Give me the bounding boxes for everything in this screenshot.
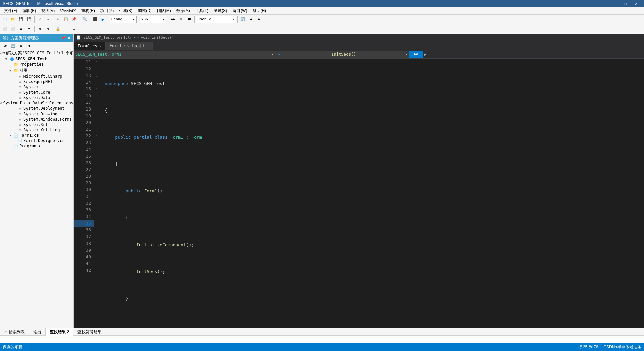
sidebar-item-system-xml[interactable]: ⊕ System.Xml	[0, 122, 73, 127]
close-button[interactable]: ✕	[631, 0, 641, 7]
minimize-button[interactable]: —	[609, 0, 620, 7]
new-project-btn[interactable]: 📄	[1, 16, 9, 23]
menu-edit[interactable]: 编辑(E)	[20, 7, 39, 15]
sidebar-item-system-deploy[interactable]: ⊕ System.Deployment	[0, 106, 73, 111]
paste-btn[interactable]: 📌	[70, 16, 78, 23]
ext-dropdown[interactable]: JsonEx▾	[196, 16, 236, 23]
project-expand-arrow[interactable]: ▼	[5, 57, 9, 61]
sidebar-item-microsoft-csharp[interactable]: ⊕ Microsoft.CSharp	[0, 74, 73, 79]
sidebar-item-secsequipnet[interactable]: ⊕ SecsEquipNET	[0, 79, 73, 84]
menu-window[interactable]: 窗口(W)	[230, 7, 250, 15]
nav-class-dropdown[interactable]: SECS_GEM_Test.Form1 ▾	[74, 51, 275, 58]
expand-right-icon[interactable]: ▶	[423, 51, 428, 58]
sidebar-item-system[interactable]: ⊕ System	[0, 84, 73, 90]
sidebar-close-icon[interactable]: ✕	[67, 36, 71, 40]
sidebar-item-system-core[interactable]: ⊕ System.Core	[0, 90, 73, 95]
sidebar-item-form1designer[interactable]: 📄 Form1.Designer.cs	[0, 138, 73, 143]
tab-form1-design[interactable]: Form1.cs [设计] ✕	[106, 42, 153, 50]
config-dropdown[interactable]: Debug▾	[110, 16, 137, 23]
menu-help[interactable]: 帮助(H)	[250, 7, 269, 15]
tb2-btn1[interactable]: ⬜	[1, 25, 9, 33]
redo-btn[interactable]: ↪	[44, 16, 51, 23]
menu-build[interactable]: 生成(B)	[116, 7, 135, 15]
references-arrow[interactable]: ▼	[9, 69, 13, 72]
menu-refactor[interactable]: 重构(R)	[78, 7, 98, 15]
tb2-btn8[interactable]: ↕	[62, 25, 70, 33]
sidebar-item-system-data[interactable]: ⊕ System.Data	[0, 95, 73, 100]
tb2-btn9[interactable]: ↔	[70, 25, 78, 33]
refresh-btn[interactable]: 🔄	[239, 16, 247, 23]
sidebar-item-properties[interactable]: 📁 Properties	[0, 62, 73, 67]
nav-method-dropdown[interactable]: 🔹 InitSecs() ▾	[275, 51, 409, 58]
menu-tools[interactable]: 工具(T)	[193, 7, 211, 15]
sidebar-sync-btn[interactable]: ⟳	[1, 42, 9, 50]
attach-btn[interactable]: ⬛	[91, 16, 99, 23]
undo-btn[interactable]: ↩	[36, 16, 43, 23]
sep8	[194, 16, 195, 23]
tab-form1-design-close[interactable]: ✕	[146, 44, 148, 48]
pin-icon[interactable]: 📌	[61, 36, 66, 40]
tb2-btn4[interactable]: ≡	[25, 25, 33, 33]
ref-icon-11: ⊕	[17, 128, 23, 132]
menu-test[interactable]: 测试(S)	[211, 7, 230, 15]
platform-dropdown[interactable]: x86▾	[140, 16, 166, 23]
btn9[interactable]: ⏸	[177, 16, 185, 23]
copy-btn[interactable]: 📋	[62, 16, 70, 23]
find-btn[interactable]: 🔍	[81, 16, 88, 23]
status-extra[interactable]: CSDNo半导体老油条	[603, 344, 641, 350]
fold-13[interactable]: ⊟	[94, 72, 99, 79]
btn10[interactable]: ⏹	[185, 16, 193, 23]
menu-team[interactable]: 团队(M)	[154, 7, 174, 15]
sidebar-item-project[interactable]: ▼ 🔷 SECS_GEM Test	[0, 56, 73, 62]
bottom-tab-find-symbol[interactable]: 查找符号结果	[73, 328, 106, 336]
status-row-col[interactable]: 行 35 列 76	[578, 344, 598, 350]
tab-form1cs[interactable]: Form1.cs ✕	[74, 42, 106, 50]
tab-form1cs-close[interactable]: ✕	[99, 44, 101, 48]
sidebar-refresh-btn[interactable]: 🔄	[9, 42, 17, 50]
sidebar-item-system-xml-linq[interactable]: ⊕ System.Xml.Linq	[0, 127, 73, 133]
start-btn[interactable]: ▶	[99, 16, 107, 23]
fold-22[interactable]: ⊟	[94, 133, 99, 139]
maximize-button[interactable]: □	[620, 0, 631, 7]
code-text[interactable]: namespace SECS_GEM_Test { public partial…	[99, 59, 639, 328]
line-numbers-gutter: 11 12 13 14 15 16 17 18 19 20 21 22 23 2…	[74, 59, 94, 328]
menu-view[interactable]: 视图(V)	[39, 7, 57, 15]
tb2-btn2[interactable]: ⬜	[9, 25, 17, 33]
tb2-btn5[interactable]: ⊞	[36, 25, 43, 33]
bottom-tab-errors[interactable]: ⚠ 错误列表	[0, 328, 29, 336]
sidebar-item-system-drawing[interactable]: ⊕ System.Drawing	[0, 111, 73, 117]
fold-15[interactable]: ⊟	[94, 86, 99, 92]
cut-btn[interactable]: ✂	[54, 16, 62, 23]
bottom-tab-find2[interactable]: 查找结果 2	[46, 328, 73, 336]
menu-vassistx[interactable]: VAssistX	[57, 7, 78, 15]
sidebar-item-form1cs[interactable]: ▼ 📄 Form1.cs	[0, 133, 73, 138]
sidebar-item-references[interactable]: ▼ 📁 引用	[0, 67, 73, 74]
sidebar-item-programcs[interactable]: 📄 Program.cs	[0, 143, 73, 149]
nav-back-btn[interactable]: ◀	[247, 16, 255, 23]
sidebar-item-system-winforms[interactable]: ⊕ System.Windows.Forms	[0, 117, 73, 122]
sidebar-item-system-data-ext[interactable]: ⊕ System.Data.DataSetExtensions	[0, 100, 73, 106]
references-label: 引用	[19, 68, 28, 73]
tb2-btn7[interactable]: 🔒	[54, 25, 62, 33]
go-button[interactable]: Go	[409, 51, 423, 58]
btn8[interactable]: ▶▶	[169, 16, 177, 23]
tb2-btn3[interactable]: A	[17, 25, 25, 33]
nav-fwd-btn[interactable]: ▶	[255, 16, 263, 23]
save-all-btn[interactable]: 💾	[25, 16, 33, 23]
open-btn[interactable]: 📂	[9, 16, 17, 23]
sidebar-props-btn[interactable]: ⚙	[17, 42, 25, 50]
status-saved[interactable]: 保存的项目	[3, 344, 23, 350]
fold-11[interactable]: ⊟	[94, 59, 99, 65]
sidebar-filter-btn[interactable]: ▼	[25, 42, 33, 50]
bottom-tab-output[interactable]: 输出	[29, 328, 46, 336]
sidebar-item-solution[interactable]: ▼ 🗂 解决方案'SECS_GEM Test'(1 个项目)	[0, 50, 73, 56]
nav-method-label: InitSecs()	[331, 52, 356, 57]
save-btn[interactable]: 💾	[17, 16, 25, 23]
menu-project[interactable]: 项目(P)	[98, 7, 116, 15]
tb2-btn6[interactable]: ⊟	[44, 25, 51, 33]
menu-debug[interactable]: 调试(D)	[135, 7, 154, 15]
menu-file[interactable]: 文件(F)	[1, 7, 20, 15]
ref-icon-10: ⊕	[17, 123, 23, 127]
menu-data[interactable]: 数据(A)	[174, 7, 193, 15]
form1cs-expand-arrow[interactable]: ▼	[9, 134, 13, 137]
